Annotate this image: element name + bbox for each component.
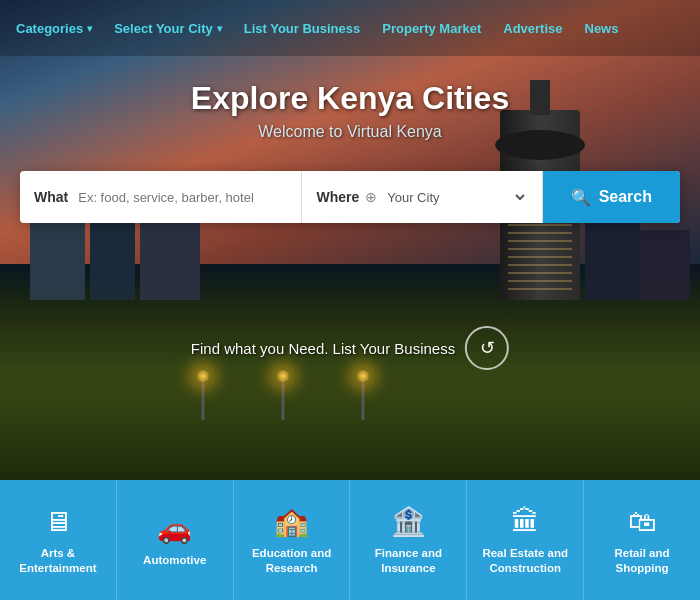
search-what-section: What [20,171,302,223]
tagline-circle-icon: ↺ [465,326,509,370]
category-icon-3: 🏦 [391,505,426,538]
search-button[interactable]: 🔍 Search [543,171,680,223]
nav-city-label: Select Your City [114,21,213,36]
nav-advertise-label: Advertise [503,21,562,36]
chevron-down-icon: ▾ [217,23,222,34]
categories-bar: 🖥 Arts &Entertainment 🚗 Automotive 🏫 Edu… [0,480,700,600]
nav-news-label: News [585,21,619,36]
category-icon-4: 🏛 [511,505,539,538]
chevron-down-icon: ▾ [87,23,92,34]
nav-property-label: Property Market [382,21,481,36]
category-icon-5: 🛍 [628,505,656,538]
hero-title: Explore Kenya Cities [191,80,509,117]
navbar: Categories ▾ Select Your City ▾ List You… [0,0,700,56]
category-item-5[interactable]: 🛍 Retail andShopping [584,480,700,600]
category-icon-0: 🖥 [44,505,72,538]
nav-categories-label: Categories [16,21,83,36]
category-item-2[interactable]: 🏫 Education andResearch [234,480,351,600]
category-icon-2: 🏫 [274,505,309,538]
city-select[interactable]: Your City Nairobi Mombasa Kisumu [383,189,527,206]
nav-property-market[interactable]: Property Market [382,21,481,36]
tagline: Find what you Need. List Your Business ↺ [191,326,509,370]
category-label-1: Automotive [143,553,206,568]
nav-news[interactable]: News [585,21,619,36]
hero-content: Explore Kenya Cities Welcome to Virtual … [0,0,700,480]
nav-advertise[interactable]: Advertise [503,21,562,36]
nav-list-business[interactable]: List Your Business [244,21,361,36]
search-icon: 🔍 [571,188,591,207]
what-input[interactable] [78,190,287,205]
category-item-1[interactable]: 🚗 Automotive [117,480,234,600]
category-item-3[interactable]: 🏦 Finance andInsurance [350,480,467,600]
category-label-2: Education andResearch [252,546,331,576]
category-label-5: Retail andShopping [615,546,670,576]
category-label-3: Finance andInsurance [375,546,442,576]
search-bar: What Where ⊕ Your City Nairobi Mombasa K… [20,171,680,223]
nav-categories[interactable]: Categories ▾ [16,21,92,36]
category-label-4: Real Estate andConstruction [482,546,568,576]
category-item-4[interactable]: 🏛 Real Estate andConstruction [467,480,584,600]
category-item-0[interactable]: 🖥 Arts &Entertainment [0,480,117,600]
tagline-text: Find what you Need. List Your Business [191,340,455,357]
category-label-0: Arts &Entertainment [19,546,96,576]
where-label: Where [316,189,359,205]
what-label: What [34,189,68,205]
nav-select-city[interactable]: Select Your City ▾ [114,21,222,36]
search-where-section: Where ⊕ Your City Nairobi Mombasa Kisumu [302,171,542,223]
category-icon-1: 🚗 [157,512,192,545]
hero-section: Explore Kenya Cities Welcome to Virtual … [0,0,700,480]
search-button-label: Search [599,188,652,206]
nav-list-label: List Your Business [244,21,361,36]
location-icon: ⊕ [365,189,377,205]
hero-subtitle: Welcome to Virtual Kenya [258,123,442,141]
